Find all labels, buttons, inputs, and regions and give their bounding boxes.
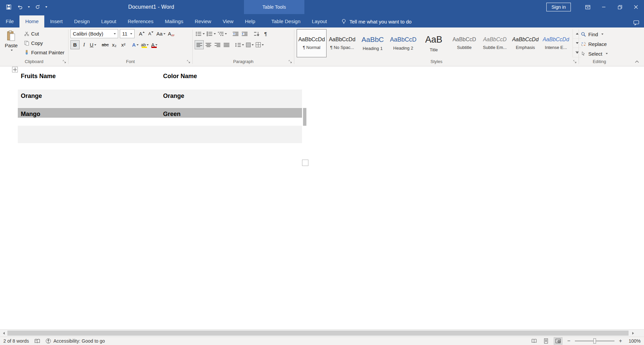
align-left-button[interactable] xyxy=(195,40,204,49)
shrink-font-button[interactable]: A xyxy=(146,29,155,38)
close-button[interactable] xyxy=(628,0,644,14)
view-print-layout-icon[interactable] xyxy=(542,337,550,345)
replace-button[interactable]: Replace xyxy=(581,40,608,48)
superscript-button[interactable]: x² xyxy=(119,40,128,49)
borders-button[interactable] xyxy=(255,40,265,49)
styles-dialog-launcher-icon[interactable] xyxy=(573,59,577,64)
table-cell[interactable]: Orange xyxy=(160,90,302,108)
tab-view[interactable]: View xyxy=(217,15,239,27)
table-cell[interactable]: Fruits Name xyxy=(18,70,160,90)
table-cell-empty[interactable] xyxy=(160,126,302,143)
style-emphasis[interactable]: AaBbCcDd Emphasis xyxy=(510,29,540,57)
justify-button[interactable] xyxy=(222,40,231,49)
zoom-slider[interactable] xyxy=(575,341,614,341)
zoom-out-button[interactable]: − xyxy=(566,338,572,344)
format-painter-button[interactable]: Format Painter xyxy=(22,48,66,57)
tell-me-box[interactable]: Tell me what you want to do xyxy=(341,15,411,27)
font-family-select[interactable]: Calibri (Body) xyxy=(70,29,118,38)
bold-button[interactable]: B xyxy=(70,40,80,49)
font-size-select[interactable]: 11 xyxy=(120,29,135,38)
find-button[interactable]: Find xyxy=(581,30,608,39)
style-title[interactable]: AaB Title xyxy=(419,29,449,57)
font-color-button[interactable]: A xyxy=(150,40,159,49)
table-cell[interactable]: Green xyxy=(160,108,302,126)
change-case-button[interactable]: Aa xyxy=(155,29,166,38)
view-web-layout-icon[interactable] xyxy=(554,337,562,345)
style-subtitle[interactable]: AaBbCcD Subtitle xyxy=(449,29,479,57)
table-cell[interactable]: Orange xyxy=(18,90,160,108)
grow-font-button[interactable]: A xyxy=(137,29,146,38)
table-cell-empty[interactable] xyxy=(18,126,160,143)
save-icon[interactable] xyxy=(3,2,14,12)
tab-table-design[interactable]: Table Design xyxy=(266,15,306,27)
tab-references[interactable]: References xyxy=(122,15,159,27)
italic-button[interactable]: I xyxy=(80,40,89,49)
decrease-indent-button[interactable] xyxy=(231,29,240,38)
font-group-label: Font xyxy=(126,59,135,64)
tab-help[interactable]: Help xyxy=(239,15,261,27)
style-intense-emphasis[interactable]: AaBbCcDd Intense E... xyxy=(541,29,571,57)
clipboard-dialog-launcher-icon[interactable] xyxy=(62,59,67,64)
customize-qat-icon[interactable] xyxy=(44,2,49,12)
sort-button[interactable] xyxy=(252,29,261,38)
text-effects-button[interactable]: A xyxy=(131,40,140,49)
copy-button[interactable]: Copy xyxy=(22,39,66,48)
table-move-handle[interactable] xyxy=(12,67,18,72)
font-dialog-launcher-icon[interactable] xyxy=(186,59,191,64)
zoom-level[interactable]: 100% xyxy=(627,338,641,344)
paragraph-dialog-launcher-icon[interactable] xyxy=(288,59,293,64)
accessibility-status[interactable]: Accessibility: Good to go xyxy=(46,338,105,344)
show-formatting-marks-button[interactable]: ¶ xyxy=(261,29,270,38)
style-heading-1[interactable]: AaBbC Heading 1 xyxy=(358,29,388,57)
subscript-button[interactable]: x₂ xyxy=(110,40,119,49)
zoom-slider-thumb[interactable] xyxy=(593,338,596,344)
document-canvas[interactable]: Fruits Name Color Name Orange Orange Man… xyxy=(0,66,644,329)
view-read-mode-icon[interactable] xyxy=(530,337,538,345)
zoom-in-button[interactable]: + xyxy=(617,338,624,344)
strikethrough-button[interactable]: abc xyxy=(101,40,110,49)
ribbon-display-options-icon[interactable] xyxy=(580,0,596,14)
style-no-spacing[interactable]: AaBbCcDd ¶ No Spac... xyxy=(327,29,357,57)
bullets-button[interactable] xyxy=(195,29,206,38)
tab-layout[interactable]: Layout xyxy=(95,15,122,27)
underline-button[interactable]: U xyxy=(89,40,98,49)
shading-button[interactable] xyxy=(245,40,255,49)
scroll-left-icon[interactable] xyxy=(1,331,6,336)
tab-insert[interactable]: Insert xyxy=(44,15,68,27)
line-spacing-button[interactable] xyxy=(234,40,245,49)
undo-icon[interactable] xyxy=(15,2,26,12)
undo-dropdown-icon[interactable] xyxy=(26,2,32,12)
style-subtle-emphasis[interactable]: AaBbCcD Subtle Em... xyxy=(480,29,510,57)
align-center-button[interactable] xyxy=(204,40,213,49)
table-resize-handle[interactable] xyxy=(302,160,308,166)
tab-file[interactable]: File xyxy=(0,15,19,27)
paste-button[interactable]: Paste xyxy=(2,29,20,58)
redo-icon[interactable] xyxy=(32,2,43,12)
collapse-ribbon-icon[interactable] xyxy=(633,59,641,65)
feedback-icon[interactable] xyxy=(633,20,639,25)
sign-in-button[interactable]: Sign in xyxy=(546,3,571,11)
tab-table-layout[interactable]: Layout xyxy=(306,15,333,27)
tab-home[interactable]: Home xyxy=(19,15,44,27)
align-right-button[interactable] xyxy=(213,40,222,49)
restore-button[interactable] xyxy=(612,0,628,14)
tab-review[interactable]: Review xyxy=(189,15,217,27)
proofing-status-button[interactable] xyxy=(34,339,40,344)
minimize-button[interactable] xyxy=(596,0,612,14)
clear-formatting-button[interactable]: A xyxy=(166,29,176,38)
multilevel-list-button[interactable] xyxy=(217,29,228,38)
style-normal[interactable]: AaBbCcDd ¶ Normal xyxy=(297,29,327,57)
tab-design[interactable]: Design xyxy=(68,15,96,27)
table-cell[interactable]: Color Name xyxy=(160,70,302,90)
cut-button[interactable]: Cut xyxy=(22,29,66,38)
highlight-button[interactable]: ab xyxy=(140,40,150,49)
tab-mailings[interactable]: Mailings xyxy=(159,15,189,27)
select-button[interactable]: Select xyxy=(581,49,608,58)
scrollbar-thumb[interactable] xyxy=(7,331,629,336)
table-cell[interactable]: Mango xyxy=(18,108,160,126)
word-count[interactable]: 2 of 8 words xyxy=(3,338,29,344)
scroll-right-icon[interactable] xyxy=(630,331,636,336)
increase-indent-button[interactable] xyxy=(240,29,249,38)
numbering-button[interactable] xyxy=(206,29,217,38)
style-heading-2[interactable]: AaBbCcD Heading 2 xyxy=(388,29,418,57)
